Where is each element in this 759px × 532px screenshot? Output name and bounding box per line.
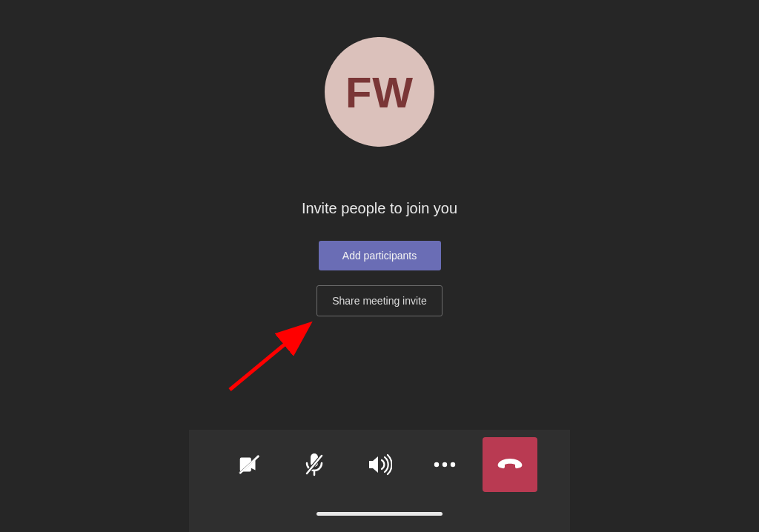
add-participants-button[interactable]: Add participants — [319, 241, 441, 270]
svg-point-11 — [443, 462, 447, 467]
hang-up-icon — [497, 457, 523, 472]
meeting-lobby: FW Invite people to join you Add partici… — [0, 0, 759, 316]
share-meeting-invite-button[interactable]: Share meeting invite — [316, 285, 443, 316]
annotation-arrow — [224, 317, 320, 399]
more-options-button[interactable] — [417, 437, 472, 492]
hang-up-button[interactable] — [483, 437, 537, 492]
svg-line-1 — [230, 326, 307, 390]
camera-off-icon — [236, 452, 262, 477]
avatar: FW — [325, 37, 434, 147]
mic-toggle-button[interactable] — [287, 437, 342, 492]
speaker-icon — [367, 453, 392, 476]
controls-row — [222, 430, 537, 492]
mic-off-icon — [303, 452, 325, 477]
call-controls-bar — [189, 430, 570, 532]
more-icon — [434, 462, 456, 468]
home-indicator[interactable] — [316, 512, 443, 516]
svg-point-10 — [434, 462, 439, 467]
invite-heading: Invite people to join you — [302, 200, 457, 217]
avatar-initials: FW — [345, 67, 414, 117]
camera-toggle-button[interactable] — [222, 437, 276, 492]
svg-point-12 — [451, 462, 455, 467]
speaker-button[interactable] — [352, 437, 407, 492]
